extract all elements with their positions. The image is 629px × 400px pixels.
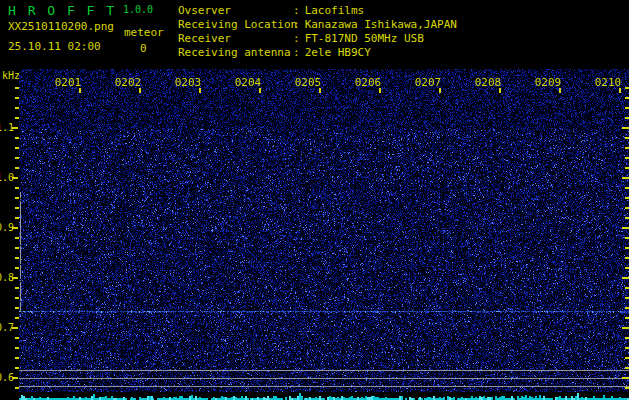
freq-minor-tick-right <box>625 167 629 169</box>
datetime-label: 25.10.11 02:00 <box>8 40 101 53</box>
freq-minor-tick <box>15 217 19 219</box>
freq-minor-tick <box>15 97 19 99</box>
minute-tick <box>259 88 261 93</box>
freq-major-tick-right <box>622 227 629 229</box>
freq-major-tick-right <box>622 177 629 179</box>
hrofft-window: H R O F F T 1.0.0 XX2510110200.png meteo… <box>0 0 629 400</box>
info-row: Receiver:FT-817ND 50MHz USB <box>178 32 618 46</box>
mode-label: meteor <box>124 26 164 39</box>
freq-minor-tick <box>15 367 19 369</box>
minute-tick <box>379 88 381 93</box>
freq-minor-tick <box>15 387 19 389</box>
info-value: Lacofilms <box>305 4 365 17</box>
time-tick-label: 0204 <box>234 76 262 89</box>
freq-minor-tick-right <box>625 387 629 389</box>
info-label: Receiver <box>178 32 293 46</box>
freq-minor-tick <box>15 267 19 269</box>
freq-minor-tick-right <box>625 107 629 109</box>
freq-minor-tick <box>15 337 19 339</box>
freq-minor-tick <box>15 157 19 159</box>
freq-minor-tick-right <box>625 187 629 189</box>
freq-major-tick-right <box>622 327 629 329</box>
freq-minor-tick-right <box>625 207 629 209</box>
freq-minor-tick-right <box>625 357 629 359</box>
minute-tick <box>499 88 501 93</box>
meteor-count: 0 <box>140 42 147 55</box>
khz-axis-label: kHz <box>2 70 20 81</box>
freq-minor-tick <box>15 167 19 169</box>
freq-major-tick <box>12 327 18 329</box>
spectrogram-canvas <box>19 69 629 400</box>
minute-tick <box>79 88 81 93</box>
minute-tick <box>319 88 321 93</box>
freq-minor-tick-right <box>625 157 629 159</box>
freq-minor-tick <box>15 107 19 109</box>
info-row: Receiving Location:Kanazawa Ishikawa,JAP… <box>178 18 618 32</box>
info-separator: : <box>293 4 300 18</box>
info-label: Ovserver <box>178 4 293 18</box>
minute-tick <box>139 88 141 93</box>
minute-tick <box>199 88 201 93</box>
freq-minor-tick-right <box>625 337 629 339</box>
info-row: Receiving antenna:2ele HB9CY <box>178 46 618 60</box>
freq-minor-tick <box>15 207 19 209</box>
info-value: FT-817ND 50MHz USB <box>305 32 424 45</box>
freq-minor-tick <box>15 137 19 139</box>
app-version: 1.0.0 <box>123 4 153 15</box>
freq-minor-tick-right <box>625 87 629 89</box>
freq-minor-tick-right <box>625 97 629 99</box>
time-tick-label: 0202 <box>114 76 142 89</box>
freq-minor-tick <box>15 187 19 189</box>
freq-minor-tick <box>15 247 19 249</box>
time-tick-label: 0203 <box>174 76 202 89</box>
freq-minor-tick <box>15 357 19 359</box>
freq-minor-tick-right <box>625 197 629 199</box>
freq-major-tick-right <box>622 277 629 279</box>
minute-tick <box>559 88 561 93</box>
freq-minor-tick <box>15 287 19 289</box>
time-tick-label: 0207 <box>414 76 442 89</box>
freq-major-tick <box>12 377 18 379</box>
info-label: Receiving Location <box>178 18 293 32</box>
freq-minor-tick <box>15 257 19 259</box>
freq-minor-tick <box>15 347 19 349</box>
freq-minor-tick-right <box>625 317 629 319</box>
minute-tick <box>619 88 621 93</box>
freq-minor-tick-right <box>625 287 629 289</box>
freq-minor-tick-right <box>625 367 629 369</box>
freq-minor-tick-right <box>625 247 629 249</box>
info-row: Ovserver:Lacofilms <box>178 4 618 18</box>
time-tick-label: 0210 <box>594 76 622 89</box>
freq-minor-tick-right <box>625 237 629 239</box>
freq-minor-tick-right <box>625 117 629 119</box>
freq-minor-tick-right <box>625 137 629 139</box>
app-title: H R O F F T <box>8 3 116 18</box>
freq-minor-tick-right <box>625 307 629 309</box>
freq-major-tick <box>12 277 18 279</box>
minute-tick <box>439 88 441 93</box>
freq-minor-tick <box>15 117 19 119</box>
time-tick-label: 0208 <box>474 76 502 89</box>
observer-info-block: Ovserver:LacofilmsReceiving Location:Kan… <box>178 4 618 60</box>
freq-minor-tick-right <box>625 347 629 349</box>
time-tick-label: 0209 <box>534 76 562 89</box>
freq-major-tick <box>12 127 18 129</box>
freq-minor-tick <box>15 317 19 319</box>
info-value: 2ele HB9CY <box>305 46 371 59</box>
freq-minor-tick-right <box>625 267 629 269</box>
info-separator: : <box>293 18 300 32</box>
freq-major-tick <box>12 177 18 179</box>
freq-minor-tick-right <box>625 217 629 219</box>
freq-major-tick <box>12 227 18 229</box>
info-separator: : <box>293 46 300 60</box>
freq-minor-tick <box>15 307 19 309</box>
info-separator: : <box>293 32 300 46</box>
freq-minor-tick <box>15 87 19 89</box>
time-tick-label: 0206 <box>354 76 382 89</box>
info-value: Kanazawa Ishikawa,JAPAN <box>305 18 457 31</box>
freq-minor-tick <box>15 197 19 199</box>
file-name: XX2510110200.png <box>8 20 114 33</box>
freq-minor-tick <box>15 147 19 149</box>
freq-minor-tick-right <box>625 297 629 299</box>
freq-minor-tick-right <box>625 257 629 259</box>
